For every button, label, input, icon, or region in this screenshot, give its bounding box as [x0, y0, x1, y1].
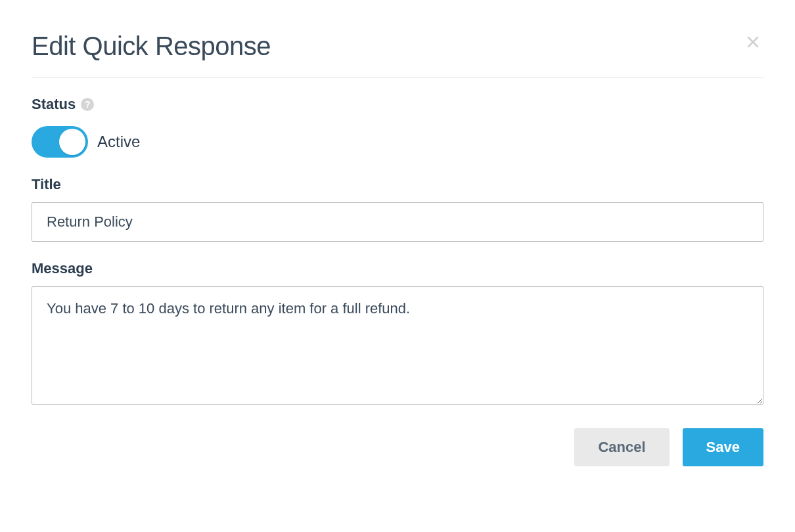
- title-label: Title: [32, 176, 61, 193]
- close-icon: [745, 42, 761, 52]
- message-section: Message: [32, 260, 763, 407]
- edit-quick-response-modal: Edit Quick Response Status ? Active Titl…: [32, 32, 763, 466]
- save-button[interactable]: Save: [683, 428, 763, 466]
- title-input[interactable]: [32, 202, 763, 242]
- modal-title: Edit Quick Response: [32, 32, 271, 61]
- message-label: Message: [32, 260, 93, 277]
- status-toggle[interactable]: [32, 126, 88, 158]
- title-section: Title: [32, 176, 763, 242]
- toggle-knob: [59, 129, 85, 155]
- button-row: Cancel Save: [32, 428, 763, 466]
- close-button[interactable]: [742, 32, 763, 54]
- status-label: Status: [32, 96, 76, 113]
- title-label-row: Title: [32, 176, 763, 193]
- cancel-button[interactable]: Cancel: [574, 428, 669, 466]
- status-label-row: Status ?: [32, 96, 763, 113]
- message-textarea[interactable]: [32, 286, 763, 405]
- status-toggle-row: Active: [32, 126, 763, 158]
- status-section: Status ? Active: [32, 96, 763, 158]
- status-toggle-label: Active: [97, 133, 140, 151]
- modal-header: Edit Quick Response: [32, 32, 763, 78]
- help-icon[interactable]: ?: [81, 98, 94, 111]
- message-label-row: Message: [32, 260, 763, 277]
